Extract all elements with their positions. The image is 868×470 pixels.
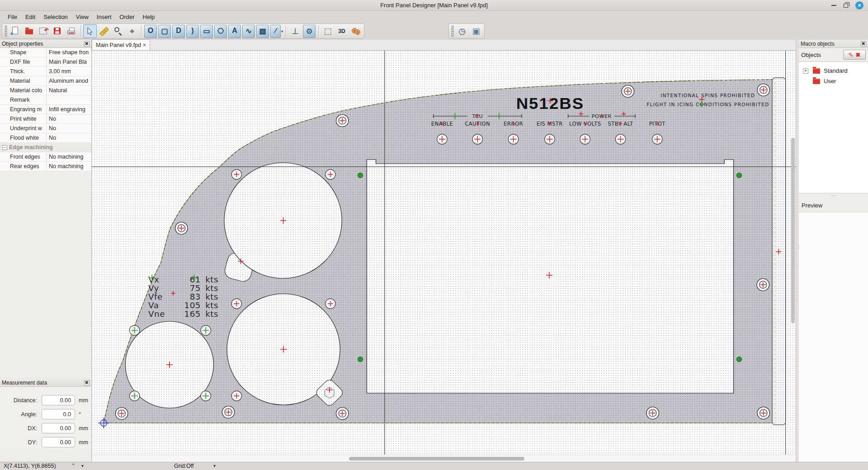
d-hole-tool[interactable]: D xyxy=(172,24,185,38)
price-calculator-button[interactable]: 11 xyxy=(349,24,363,38)
menu-order[interactable]: Order xyxy=(115,12,138,22)
line-tool-dropdown[interactable]: ▾ xyxy=(281,29,283,33)
measure-tool-button[interactable] xyxy=(97,24,111,38)
text-icon: A xyxy=(232,27,237,35)
enclosure-icon: ▣ xyxy=(472,27,480,35)
close-icon[interactable]: ✖ xyxy=(84,41,90,47)
macro-tree: + Standard User xyxy=(799,61,868,193)
delete-macro-icon[interactable]: ✖ xyxy=(856,52,861,58)
spline-tool[interactable]: ∿ xyxy=(242,24,255,38)
rect-hole-tool[interactable]: ▢ xyxy=(158,24,171,38)
grid-selector[interactable]: Grid:Off xyxy=(174,463,194,469)
prop-row-shape[interactable]: ShapeFree shape fron xyxy=(0,48,91,57)
prop-section-edge-machining[interactable]: −Edge machining xyxy=(0,143,91,152)
toolbar-drag-handle-2[interactable] xyxy=(451,25,454,37)
frame-select-tool[interactable]: ⬚ xyxy=(321,24,335,38)
3d-view-icon: 3D xyxy=(338,28,345,34)
square-hole-tool[interactable]: ▭ xyxy=(200,24,213,38)
expand-icon[interactable]: + xyxy=(803,68,808,74)
edit-macro-icon[interactable]: ✎ xyxy=(849,52,854,58)
tab-bar: Main Panel v9.fpd × xyxy=(92,40,796,51)
prop-row-flood-white[interactable]: Flood whiteNo xyxy=(0,133,91,143)
prop-row-rear-edges[interactable]: Rear edgesNo machining xyxy=(0,162,91,171)
gauge-macro-button[interactable]: ◷ xyxy=(455,24,469,38)
prop-row-engraving-mode[interactable]: Engraving mInfill engraving xyxy=(0,105,91,114)
image-tool[interactable]: ▧ xyxy=(256,24,269,38)
cavity-tool[interactable]: ⊙ xyxy=(302,24,316,38)
arc-icon: ) xyxy=(191,27,193,35)
dx-field[interactable]: 0.00 xyxy=(42,423,75,433)
spline-icon: ∿ xyxy=(245,27,251,35)
preview-splitter[interactable]: ⋯ xyxy=(799,193,868,199)
horizontal-scrollbar-thumb[interactable] xyxy=(349,457,524,461)
tab-main-panel-v9[interactable]: Main Panel v9.fpd × xyxy=(92,39,150,50)
angle-row: Angle: 0.0 ° xyxy=(0,407,91,421)
zoom-tool-button[interactable] xyxy=(111,24,125,38)
text-tool[interactable]: A xyxy=(228,24,241,38)
angle-field[interactable]: 0.0 xyxy=(42,409,75,419)
tab-close-icon[interactable]: × xyxy=(143,42,146,48)
close-icon[interactable]: × xyxy=(855,1,863,9)
left-dock-empty-space xyxy=(0,171,91,379)
front-panel-designer-window: Front Panel Designer [Main Panel v9.fpd]… xyxy=(0,0,868,470)
dy-field[interactable]: 0.00 xyxy=(42,437,75,447)
dy-row: DY: 0.00 mm xyxy=(0,435,91,449)
minimize-icon[interactable] xyxy=(831,5,836,6)
title-bar: Front Panel Designer [Main Panel v9.fpd]… xyxy=(0,0,868,11)
arc-hole-tool[interactable]: ) xyxy=(186,24,199,38)
menu-help[interactable]: Help xyxy=(139,12,159,22)
tree-item-user[interactable]: User xyxy=(799,76,868,86)
chevron-down-icon[interactable]: ▾ xyxy=(213,463,216,468)
design-canvas[interactable]: N512BS INTENTIONAL SPINS PROHIBITED FLIG… xyxy=(92,51,796,455)
prop-row-underprint-white[interactable]: Underprint wNo xyxy=(0,124,91,133)
save-button[interactable] xyxy=(51,24,64,38)
chevron-down-icon[interactable]: ▾ xyxy=(81,463,84,468)
3d-view-button[interactable]: 3D xyxy=(335,24,349,38)
distance-field[interactable]: 0.00 xyxy=(42,395,75,405)
collapse-icon[interactable]: − xyxy=(2,145,7,150)
distance-row: Distance: 0.00 mm xyxy=(0,393,91,407)
prop-row-material[interactable]: MaterialAluminum anod xyxy=(0,76,91,86)
menu-insert[interactable]: Insert xyxy=(93,12,116,22)
line-tool[interactable]: ∕▾ xyxy=(270,24,283,38)
import-panel-button[interactable]: ↶ xyxy=(37,24,50,38)
maximize-icon[interactable] xyxy=(844,4,848,8)
vertical-scrollbar-thumb[interactable] xyxy=(791,138,795,323)
open-file-button[interactable] xyxy=(23,24,36,38)
pin-icon: ⊥ xyxy=(292,27,299,35)
prop-row-front-edges[interactable]: Front edgesNo machining xyxy=(0,152,91,162)
prop-row-thickness[interactable]: Thick.3.00 mm xyxy=(0,67,91,76)
menu-edit[interactable]: Edit xyxy=(21,12,39,22)
select-tool-button[interactable] xyxy=(83,24,97,38)
free-cutout-tool[interactable]: ⎔ xyxy=(214,24,227,38)
menu-file[interactable]: File xyxy=(4,12,21,22)
menu-selection[interactable]: Selection xyxy=(39,12,71,22)
prop-row-remark[interactable]: Remark xyxy=(0,95,91,105)
close-icon[interactable]: ✖ xyxy=(84,380,90,385)
cursor-icon xyxy=(86,27,94,35)
warning-line-2[interactable]: FLIGHT IN ICING CONDITIONS PROHIBITED xyxy=(646,102,769,107)
square-hole-icon: ▭ xyxy=(203,27,210,35)
menu-view[interactable]: View xyxy=(72,12,93,22)
prop-row-dxf[interactable]: DXF fileMain Panel Bla xyxy=(0,57,91,67)
prop-row-print-white[interactable]: Print whiteNo xyxy=(0,114,91,124)
d-hole-icon: D xyxy=(176,27,181,35)
warning-line-1[interactable]: INTENTIONAL SPINS PROHIBITED xyxy=(660,93,755,98)
vertical-scrollbar[interactable] xyxy=(790,51,796,455)
toolbar-drag-handle[interactable] xyxy=(5,25,7,37)
engraving-pin-tool[interactable]: ⊥ xyxy=(288,24,302,38)
status-bar: X(7.4113), Y(6.8655) " ▾ Grid:Off ▾ xyxy=(0,462,868,470)
unit-selector[interactable]: " xyxy=(72,463,74,469)
enclosure-3d-button[interactable]: ▣ xyxy=(469,24,483,38)
close-icon[interactable]: ✖ xyxy=(861,41,866,47)
ellipse-hole-tool[interactable]: O xyxy=(144,24,157,38)
print-button[interactable] xyxy=(65,24,78,38)
tree-item-standard[interactable]: + Standard xyxy=(799,66,868,76)
prop-row-material-color[interactable]: Material coloNatural xyxy=(0,86,91,95)
new-file-button[interactable]: + xyxy=(9,24,22,38)
dock-splitter[interactable] xyxy=(796,40,799,462)
horizontal-scrollbar[interactable] xyxy=(92,455,796,462)
image-icon: ▧ xyxy=(259,27,266,35)
rect-hole-icon: ▢ xyxy=(161,27,168,35)
center-tool-button[interactable]: ⌖ xyxy=(125,24,139,38)
